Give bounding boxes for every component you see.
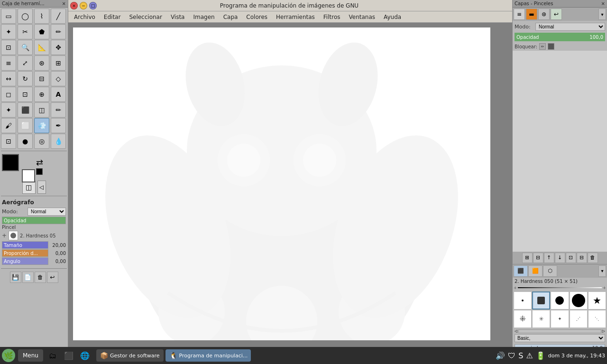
size-bar[interactable]: Tamaño — [2, 241, 48, 249]
flip-tool[interactable]: ↔ — [1, 71, 16, 86]
word-icon[interactable]: S — [518, 351, 523, 360]
menu-archivo[interactable]: Archivo — [70, 13, 99, 21]
unified-transform-tool[interactable]: ⊡ — [18, 87, 33, 102]
warp-tool[interactable]: ⊛ — [34, 55, 49, 71]
fuzzy-select-tool[interactable]: ✦ — [1, 24, 16, 39]
heal-tool[interactable]: ✦ — [1, 102, 16, 118]
taskbar-app-gestor[interactable]: 📦 Gestor de software — [96, 349, 164, 362]
color-picker-tool[interactable]: 💧 — [51, 134, 66, 149]
layer-mode-select[interactable]: Normal — [535, 23, 605, 31]
paths-tab[interactable]: ⊛ — [538, 9, 550, 20]
refresh-tool-btn[interactable]: ↩ — [47, 272, 58, 283]
scissors-select-tool[interactable]: ✂ — [18, 24, 33, 39]
measure-tool[interactable]: 📐 — [34, 40, 49, 55]
angle-bar[interactable]: Angulo — [2, 257, 48, 265]
text-tool[interactable]: A — [51, 87, 66, 102]
brush-panel-menu-btn[interactable]: ▾ — [598, 265, 606, 277]
menu-capa[interactable]: Capa — [220, 13, 242, 21]
line-tool[interactable]: ╱ — [51, 9, 66, 24]
paintbrush-tool[interactable]: 🖌 — [1, 118, 16, 133]
align-tool[interactable]: ≡ — [1, 55, 16, 71]
brush-item-splatter2[interactable]: ✳ — [532, 310, 550, 328]
channels-tab[interactable]: ▬ — [526, 9, 537, 20]
delete-layer-btn[interactable]: 🗑 — [588, 253, 598, 263]
ink-tool[interactable]: ✒ — [51, 118, 66, 133]
files-taskbar-icon[interactable]: 🗂 — [46, 349, 59, 362]
rotate-tool[interactable]: ↻ — [18, 71, 33, 86]
start-menu-btn[interactable]: Menu — [18, 349, 43, 362]
airbrush-tool[interactable]: 💨 — [34, 118, 49, 133]
battery-icon[interactable]: 🔋 — [536, 351, 545, 360]
undo-tab[interactable]: ↩ — [551, 9, 562, 20]
start-menu-icon[interactable]: 🌿 — [2, 349, 15, 362]
menu-colores[interactable]: Colores — [242, 13, 271, 21]
opacity-bar[interactable]: Opacidad — [2, 217, 66, 224]
taskbar-app-gimp[interactable]: 🐧 Programa de manipulaci... — [166, 349, 251, 362]
lower-layer-btn[interactable]: ↑ — [544, 253, 554, 263]
brush-item-splatter1[interactable]: ⁜ — [514, 310, 532, 328]
expand-icon[interactable]: ◁ — [37, 181, 46, 194]
brush-item-circle-large[interactable] — [570, 291, 588, 309]
reset-colors-icon[interactable] — [36, 168, 43, 175]
brush-item-splatter4[interactable]: ⋰ — [570, 310, 588, 328]
lock-pixels-btn[interactable] — [548, 43, 554, 50]
cage-tool[interactable]: ⊞ — [51, 55, 66, 71]
terminal-taskbar-icon[interactable]: ⬛ — [62, 349, 75, 362]
path-tool[interactable]: ✏ — [51, 24, 66, 39]
pincel-add-btn[interactable]: + — [2, 232, 7, 239]
perspective-tool[interactable]: ◻ — [1, 87, 16, 102]
brush-tab-star[interactable]: ⬡ — [543, 265, 557, 277]
transform-tool[interactable]: ⤢ — [18, 55, 33, 71]
bucket-fill-tool[interactable]: ⬛ — [18, 102, 33, 118]
proportion-bar[interactable]: Proporción d... — [2, 249, 48, 257]
foreground-select-tool[interactable]: ⬟ — [34, 24, 49, 39]
smudge-tool[interactable]: ● — [18, 134, 33, 149]
export-tool-btn[interactable]: 📄 — [22, 272, 34, 283]
mode-select[interactable]: Normal — [28, 208, 66, 216]
brush-item-splatter3[interactable]: ✦ — [551, 310, 569, 328]
blend-tool[interactable]: ◫ — [34, 102, 49, 118]
brush-item-star[interactable]: ★ — [588, 291, 606, 309]
handle-transform-tool[interactable]: ⊕ — [34, 87, 49, 102]
scale-tool[interactable]: ⊟ — [34, 71, 49, 86]
brush-item-splatter5[interactable]: ⋱ — [588, 310, 606, 328]
brush-item-dot[interactable] — [514, 291, 532, 309]
shield-icon[interactable]: 🛡 — [508, 351, 515, 360]
window-close-btn[interactable]: × — [70, 2, 78, 9]
background-color[interactable] — [22, 169, 35, 182]
new-layer-btn[interactable]: ⊞ — [522, 253, 533, 263]
panel-menu-btn[interactable]: ▾ — [598, 9, 606, 20]
lock-alpha-btn[interactable]: ✏ — [539, 43, 546, 50]
quick-mask-icon[interactable]: ◫ — [22, 181, 36, 194]
brush-item-circle-medium[interactable] — [551, 291, 569, 309]
rect-select-tool[interactable]: ▭ — [1, 9, 16, 24]
volume-icon[interactable]: 🔊 — [496, 351, 505, 360]
save-tool-btn[interactable]: 💾 — [10, 272, 21, 283]
raise-layer-btn[interactable]: ⊟ — [533, 253, 543, 263]
canvas-area[interactable] — [68, 23, 512, 364]
anchor-layer-btn[interactable]: ⊡ — [566, 253, 576, 263]
toolbox-close[interactable]: × — [62, 1, 66, 6]
duplicate-layer-btn[interactable]: ↓ — [555, 253, 565, 263]
swap-colors-icon[interactable]: ⇄ — [36, 157, 43, 167]
eraser-tool[interactable]: ⬜ — [18, 118, 33, 133]
clone-tool[interactable]: ⊡ — [1, 134, 16, 149]
menu-filtros[interactable]: Filtros — [320, 13, 344, 21]
browser-taskbar-icon[interactable]: 🌐 — [78, 349, 92, 362]
menu-ventanas[interactable]: Ventanas — [345, 13, 379, 21]
delete-tool-btn[interactable]: 🗑 — [35, 272, 46, 283]
menu-imagen[interactable]: Imagen — [189, 13, 218, 21]
zoom-tool[interactable]: 🔍 — [18, 40, 33, 55]
warning-icon[interactable]: ⚠ — [526, 351, 533, 360]
menu-vista[interactable]: Vista — [167, 13, 189, 21]
menu-ayuda[interactable]: Ayuda — [380, 13, 405, 21]
crop-tool[interactable]: ⊡ — [1, 40, 16, 55]
menu-editar[interactable]: Editar — [100, 13, 125, 21]
lasso-select-tool[interactable]: ⌇ — [34, 9, 49, 24]
brush-tab-square[interactable]: 🟧 — [528, 265, 543, 277]
brush-tab-circle[interactable]: ⬛ — [514, 265, 528, 277]
layers-tab[interactable]: ≡ — [514, 9, 525, 20]
menu-seleccionar[interactable]: Seleccionar — [125, 13, 166, 21]
brush-item-square-soft[interactable] — [532, 291, 550, 309]
window-minimize-btn[interactable]: − — [80, 2, 87, 9]
